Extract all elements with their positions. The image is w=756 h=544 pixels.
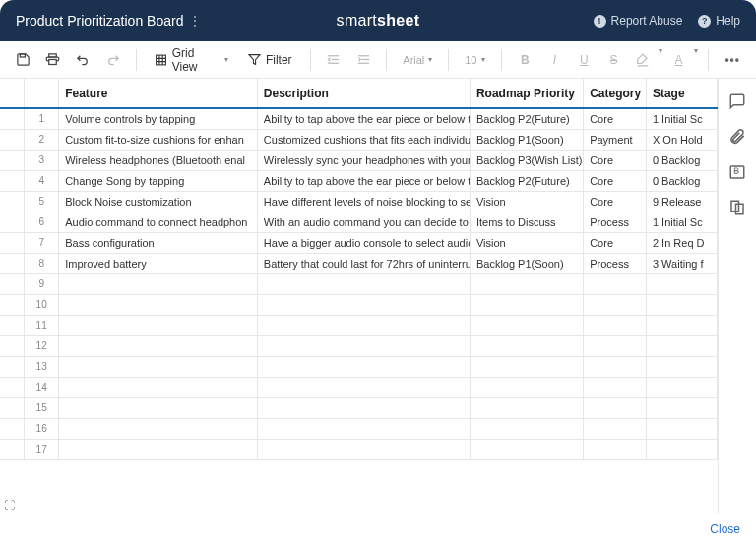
cell-description[interactable] [257,356,470,377]
cell-description[interactable] [257,377,470,397]
fullscreen-icon[interactable]: ⛶ [4,499,15,511]
cell-stage[interactable] [646,397,717,418]
cell-stage[interactable]: 1 Initial Sc [646,212,717,232]
cell-stage[interactable] [646,439,717,459]
cell-category[interactable]: Core [584,108,647,129]
table-row[interactable]: 8Improved batteryBattery that could last… [0,253,718,273]
cell-priority[interactable]: Backlog P2(Future) [470,108,583,129]
cell-category[interactable]: Payment [584,129,647,150]
text-color-icon[interactable]: A [664,46,692,74]
cell-priority[interactable] [470,397,583,418]
cell-category[interactable] [584,335,647,356]
cell-priority[interactable] [470,273,583,294]
cell-priority[interactable] [470,356,583,377]
cell-category[interactable] [584,273,647,294]
cell-stage[interactable]: 0 Backlog [646,150,717,170]
cell-description[interactable]: Have different levels of noise blocking … [257,191,470,212]
cell-feature[interactable] [59,273,258,294]
indent-icon[interactable] [350,46,376,74]
cell-feature[interactable] [59,335,258,356]
table-row[interactable]: 2Custom fit-to-size cushions for enhanCu… [0,129,718,150]
cell-stage[interactable]: 2 In Req D [646,232,717,253]
save-icon[interactable] [10,46,35,74]
cell-priority[interactable]: Backlog P1(Soon) [470,253,583,273]
cell-feature[interactable]: Wireless headphones (Bluetooth enal [59,150,258,170]
brandfolder-icon[interactable] [728,163,746,181]
table-row[interactable]: 1Volume controls by tappingAbility to ta… [0,108,718,129]
cell-description[interactable] [257,397,470,418]
cell-stage[interactable] [646,273,717,294]
cell-description[interactable]: Customized cushions that fits each indiv… [257,129,470,150]
cell-category[interactable] [584,356,647,377]
cell-category[interactable]: Core [584,150,647,170]
table-row[interactable]: 11 [0,315,718,335]
cell-stage[interactable] [646,294,717,315]
cell-description[interactable]: Wirelessly sync your headphones with you… [257,150,470,170]
cell-description[interactable] [257,335,470,356]
cell-feature[interactable]: Bass configuration [59,232,258,253]
print-icon[interactable] [39,46,65,74]
filter-button[interactable]: Filter [240,49,300,71]
col-stage[interactable]: Stage [646,79,717,108]
attachments-icon[interactable] [728,128,746,146]
cell-stage[interactable]: 3 Waiting f [646,253,717,273]
fill-color-icon[interactable] [629,46,657,74]
cell-feature[interactable]: Block Noise customization [59,191,258,212]
cell-priority[interactable]: Backlog P2(Future) [470,170,583,191]
proofs-icon[interactable] [728,199,746,216]
cell-feature[interactable] [59,315,258,335]
cell-stage[interactable] [646,335,717,356]
table-row[interactable]: 6Audio command to connect headphonWith a… [0,212,718,232]
cell-description[interactable]: With an audio command you can decide to [257,212,470,232]
cell-category[interactable] [584,397,647,418]
underline-icon[interactable]: U [570,46,598,74]
cell-description[interactable]: Have a bigger audio console to select au… [257,232,470,253]
cell-feature[interactable]: Audio command to connect headphon [59,212,258,232]
cell-category[interactable]: Process [584,212,647,232]
grid-view-button[interactable]: Grid View ▾ [147,42,236,78]
help-link[interactable]: ? Help [698,14,740,28]
table-row[interactable]: 4Change Song by tappingAbility to tap ab… [0,170,718,191]
cell-description[interactable]: Ability to tap above the ear piece or be… [257,170,470,191]
cell-priority[interactable] [470,377,583,397]
close-link[interactable]: Close [710,522,740,536]
cell-description[interactable]: Ability to tap above the ear piece or be… [257,108,470,129]
table-row[interactable]: 17 [0,439,718,459]
cell-feature[interactable]: Improved battery [59,253,258,273]
col-feature[interactable]: Feature [59,79,258,108]
col-priority[interactable]: Roadmap Priority [470,79,583,108]
undo-icon[interactable] [70,46,95,74]
cell-priority[interactable] [470,439,583,459]
cell-description[interactable] [257,418,470,439]
cell-category[interactable] [584,439,647,459]
cell-stage[interactable] [646,377,717,397]
size-select[interactable]: 10 ▾ [459,51,490,69]
cell-feature[interactable]: Volume controls by tapping [59,108,258,129]
cell-category[interactable] [584,294,647,315]
table-row[interactable]: 3Wireless headphones (Bluetooth enalWire… [0,150,718,170]
cell-priority[interactable]: Items to Discuss [470,212,583,232]
table-row[interactable]: 12 [0,335,718,356]
cell-feature[interactable]: Custom fit-to-size cushions for enhan [59,129,258,150]
cell-description[interactable] [257,294,470,315]
more-button[interactable]: ••• [719,49,746,71]
table-row[interactable]: 9 [0,273,718,294]
strike-icon[interactable]: S [599,46,627,74]
sheet-menu-icon[interactable]: ⋮ [189,14,201,28]
table-row[interactable]: 7Bass configurationHave a bigger audio c… [0,232,718,253]
cell-feature[interactable]: Change Song by tapping [59,170,258,191]
col-category[interactable]: Category [584,79,647,108]
cell-stage[interactable]: X On Hold [646,129,717,150]
cell-category[interactable]: Core [584,191,647,212]
cell-feature[interactable] [59,397,258,418]
report-abuse-link[interactable]: ! Report Abuse [594,14,683,28]
cell-stage[interactable] [646,315,717,335]
cell-description[interactable] [257,439,470,459]
table-row[interactable]: 16 [0,418,718,439]
cell-priority[interactable] [470,294,583,315]
table-row[interactable]: 10 [0,294,718,315]
cell-category[interactable] [584,418,647,439]
cell-category[interactable]: Core [584,170,647,191]
data-grid[interactable]: Feature Description Roadmap Priority Cat… [0,79,718,460]
cell-priority[interactable]: Backlog P3(Wish List) [470,150,583,170]
